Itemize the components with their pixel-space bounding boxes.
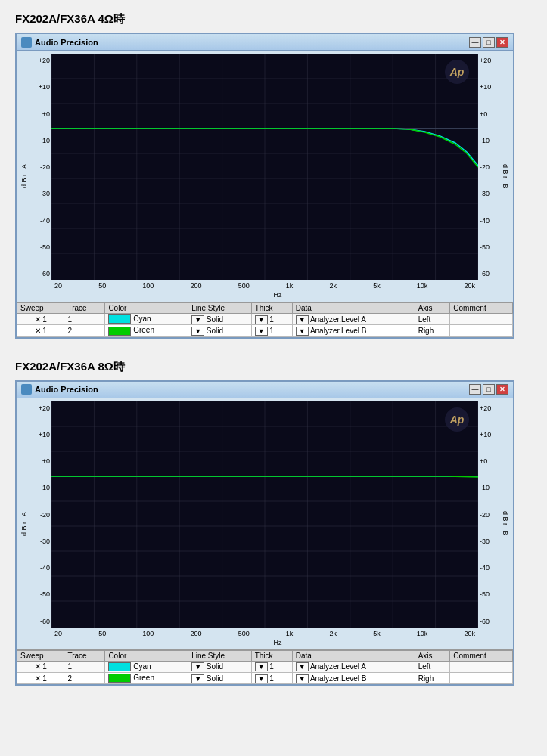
- col-header-axis-2: Axis: [415, 650, 450, 661]
- cell-comment-1: [450, 314, 513, 325]
- cell-data-2: ▼ Analyzer.Level B: [292, 325, 415, 336]
- titlebar-title-1: Audio Precision: [35, 38, 98, 47]
- section-1: FX202A/FX36A 4Ω時 Audio Precision — □ ✕ d…: [15, 12, 532, 339]
- chart-column-2: +20 +10 +0 -10 -20 -30 -40 -50 -60 Ap: [29, 401, 501, 646]
- data-table-1: Sweep Trace Color Line Style Thick Data …: [17, 302, 513, 337]
- chart-content-1: d B r A +20 +10 +0 -10 -20 -30 -40 -50 -…: [17, 51, 513, 302]
- maximize-button-2[interactable]: □: [483, 384, 495, 395]
- cell-thick-1: ▼ 1: [251, 314, 292, 325]
- color-swatch-cyan-2: [108, 662, 131, 671]
- titlebar-buttons-2: — □ ✕: [469, 384, 508, 395]
- x-axis-1: 20 50 100 200 500 1k 2k 5k 10k 20k: [54, 280, 475, 291]
- cell-axis-1: Left: [415, 314, 450, 325]
- cell-thick-4: ▼ 1: [251, 673, 292, 684]
- cell-checkbox-1: ✕ 1: [17, 314, 64, 325]
- cell-trace-2: 2: [64, 325, 105, 336]
- color-swatch-cyan: [108, 314, 131, 324]
- col-header-data-2: Data: [292, 650, 415, 661]
- chart-plot-2: Ap: [51, 401, 478, 628]
- cell-axis-4: Righ: [415, 673, 450, 684]
- color-swatch-green-2: [108, 674, 131, 683]
- y-axis-label-right-1: d B r B: [501, 54, 510, 299]
- ap-window-1: Audio Precision — □ ✕ d B r A +20 +10 +0…: [15, 33, 514, 339]
- chart-svg-2: [51, 401, 478, 628]
- cell-color-1: Cyan: [105, 314, 188, 325]
- y-axis-numbers-right-1: +20 +10 +0 -10 -20 -30 -40 -50 -60: [478, 54, 501, 280]
- y-axis-numbers-right-2: +20 +10 +0 -10 -20 -30 -40 -50 -60: [478, 401, 501, 628]
- cell-data-4: ▼ Analyzer.Level B: [292, 673, 415, 684]
- table-row: ✕ 1 2 Green ▼ Solid ▼ 1 ▼ Analyzer.Level: [17, 325, 513, 336]
- table-row: ✕ 1 1 Cyan ▼ Solid ▼ 1 ▼ Analyzer.Level: [17, 314, 513, 325]
- ap-logo-2: Ap: [445, 407, 469, 432]
- close-button-2[interactable]: ✕: [496, 384, 508, 395]
- section-2: FX202A/FX36A 8Ω時 Audio Precision — □ ✕ d…: [15, 360, 532, 686]
- y-axis-label-right-2: d B r B: [501, 401, 510, 646]
- color-swatch-green: [108, 327, 131, 336]
- chart-svg-1: [51, 54, 478, 280]
- col-header-trace-1: Trace: [64, 303, 105, 314]
- cell-axis-2: Righ: [415, 325, 450, 336]
- minimize-button-2[interactable]: —: [469, 384, 481, 395]
- cell-trace-1: 1: [64, 314, 105, 325]
- x-axis-unit-2: Hz: [54, 639, 501, 646]
- chart-column-1: +20 +10 +0 -10 -20 -30 -40 -50 -60 Ap: [29, 54, 501, 299]
- cell-linestyle-1: ▼ Solid: [188, 314, 252, 325]
- cell-checkbox-3: ✕ 1: [17, 661, 64, 672]
- titlebar-buttons-1: — □ ✕: [469, 37, 508, 48]
- chart-content-2: d B r A +20 +10 +0 -10 -20 -30 -40 -50 -…: [17, 398, 513, 649]
- col-header-axis-1: Axis: [415, 303, 450, 314]
- cell-linestyle-2: ▼ Solid: [188, 325, 252, 336]
- cell-trace-3: 1: [64, 661, 105, 672]
- ap-window-2: Audio Precision — □ ✕ d B r A +20 +10 +0…: [15, 380, 514, 686]
- cell-thick-3: ▼ 1: [251, 661, 292, 672]
- cell-data-1: ▼ Analyzer.Level A: [292, 314, 415, 325]
- table-2: Sweep Trace Color Line Style Thick Data …: [17, 650, 513, 685]
- cell-checkbox-2: ✕ 1: [17, 325, 64, 336]
- titlebar-left-2: Audio Precision: [21, 384, 98, 395]
- table-row: ✕ 1 1 Cyan ▼ Solid ▼ 1 ▼ Analyzer.Level: [17, 661, 513, 672]
- col-header-comment-1: Comment: [450, 303, 513, 314]
- x-axis-2: 20 50 100 200 500 1k 2k 5k 10k 20k: [54, 628, 475, 639]
- cell-trace-4: 2: [64, 673, 105, 684]
- cell-comment-2: [450, 325, 513, 336]
- chart-inner-2: +20 +10 +0 -10 -20 -30 -40 -50 -60 Ap: [29, 401, 501, 628]
- y-axis-numbers-left-2: +20 +10 +0 -10 -20 -30 -40 -50 -60: [29, 401, 51, 628]
- titlebar-1: Audio Precision — □ ✕: [17, 34, 513, 51]
- ap-icon-2: [21, 384, 32, 395]
- section-2-title: FX202A/FX36A 8Ω時: [15, 360, 532, 374]
- table-1: Sweep Trace Color Line Style Thick Data …: [17, 302, 513, 337]
- cell-color-4: Green: [105, 673, 188, 684]
- chart-plot-1: Ap: [51, 54, 478, 280]
- cell-linestyle-4: ▼ Solid: [188, 673, 252, 684]
- maximize-button-1[interactable]: □: [483, 37, 495, 48]
- col-header-sweep-1: Sweep: [17, 303, 64, 314]
- cell-color-3: Cyan: [105, 661, 188, 672]
- cell-comment-3: [450, 661, 513, 672]
- titlebar-title-2: Audio Precision: [35, 385, 98, 394]
- data-table-2: Sweep Trace Color Line Style Thick Data …: [17, 649, 513, 685]
- x-axis-unit-1: Hz: [54, 291, 501, 299]
- close-button-1[interactable]: ✕: [496, 37, 508, 48]
- col-header-linestyle-2: Line Style: [188, 650, 252, 661]
- col-header-trace-2: Trace: [64, 650, 105, 661]
- titlebar-left-1: Audio Precision: [21, 37, 98, 48]
- col-header-linestyle-1: Line Style: [188, 303, 252, 314]
- cell-axis-3: Left: [415, 661, 450, 672]
- cell-data-3: ▼ Analyzer.Level A: [292, 661, 415, 672]
- cell-color-2: Green: [105, 325, 188, 336]
- minimize-button-1[interactable]: —: [469, 37, 481, 48]
- col-header-comment-2: Comment: [450, 650, 513, 661]
- col-header-color-2: Color: [105, 650, 188, 661]
- titlebar-2: Audio Precision — □ ✕: [17, 382, 513, 398]
- table-row: ✕ 1 2 Green ▼ Solid ▼ 1 ▼ Analyzer.Level: [17, 673, 513, 684]
- cell-checkbox-4: ✕ 1: [17, 673, 64, 684]
- y-axis-label-left-1: d B r A: [20, 54, 29, 299]
- col-header-color-1: Color: [105, 303, 188, 314]
- chart-inner-1: +20 +10 +0 -10 -20 -30 -40 -50 -60 Ap: [29, 54, 501, 280]
- cell-linestyle-3: ▼ Solid: [188, 661, 252, 672]
- col-header-data-1: Data: [292, 303, 415, 314]
- section-1-title: FX202A/FX36A 4Ω時: [15, 12, 532, 26]
- col-header-thick-1: Thick: [251, 303, 292, 314]
- cell-thick-2: ▼ 1: [251, 325, 292, 336]
- table-header-row-2: Sweep Trace Color Line Style Thick Data …: [17, 650, 513, 661]
